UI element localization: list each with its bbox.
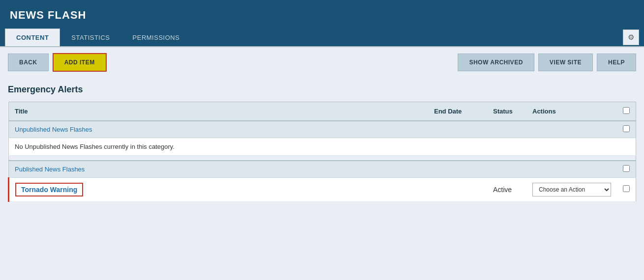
item-enddate-cell bbox=[428, 177, 487, 201]
item-check-cell bbox=[617, 177, 636, 201]
group-row-unpublished: Unpublished News Flashes bbox=[9, 121, 636, 138]
tab-content[interactable]: CONTENT bbox=[5, 28, 60, 46]
col-header-check bbox=[617, 102, 636, 121]
empty-row-unpublished: No Unpublished News Flashes currently in… bbox=[9, 138, 636, 156]
item-title-cell: Tornado Warning bbox=[9, 177, 429, 201]
col-header-actions: Actions bbox=[527, 102, 617, 121]
page-header: NEWS FLASH bbox=[0, 0, 644, 28]
col-header-status: Status bbox=[487, 102, 527, 121]
table-header-row: Title End Date Status Actions bbox=[9, 102, 636, 121]
empty-message-unpublished: No Unpublished News Flashes currently in… bbox=[9, 138, 636, 156]
action-select-tornado[interactable]: Choose an Action Edit Delete Archive bbox=[532, 183, 611, 196]
unpublished-group-checkbox[interactable] bbox=[623, 125, 630, 132]
table-row: Tornado Warning Active Choose an Action … bbox=[9, 177, 636, 201]
select-all-checkbox[interactable] bbox=[623, 107, 630, 114]
toolbar-right: SHOW ARCHIVED VIEW SITE HELP bbox=[458, 54, 636, 71]
main-table: Title End Date Status Actions Unpublishe… bbox=[8, 102, 636, 202]
group-row-published: Published News Flashes bbox=[9, 161, 636, 178]
help-button[interactable]: HELP bbox=[597, 54, 636, 71]
tab-permissions[interactable]: PERMISSIONS bbox=[121, 28, 191, 46]
group-label-published: Published News Flashes bbox=[9, 161, 617, 178]
group-check-unpublished bbox=[617, 121, 636, 138]
item-title-tornado: Tornado Warning bbox=[15, 183, 83, 196]
item-status-cell: Active bbox=[487, 177, 527, 201]
content-area: Emergency Alerts Title End Date Status A… bbox=[0, 78, 644, 209]
gear-button[interactable]: ⚙ bbox=[623, 29, 639, 45]
published-group-checkbox[interactable] bbox=[623, 165, 630, 172]
group-check-published bbox=[617, 161, 636, 178]
toolbar: BACK ADD ITEM SHOW ARCHIVED VIEW SITE HE… bbox=[0, 47, 644, 78]
col-header-enddate: End Date bbox=[428, 102, 487, 121]
spacer-row bbox=[9, 156, 636, 161]
page-title: NEWS FLASH bbox=[10, 9, 634, 22]
section-title: Emergency Alerts bbox=[8, 84, 636, 95]
tab-statistics[interactable]: STATISTICS bbox=[60, 28, 121, 46]
show-archived-button[interactable]: SHOW ARCHIVED bbox=[458, 54, 534, 71]
add-item-button[interactable]: ADD ITEM bbox=[53, 53, 107, 72]
col-header-title: Title bbox=[9, 102, 429, 121]
item-checkbox-tornado[interactable] bbox=[623, 185, 630, 192]
tab-bar: CONTENT STATISTICS PERMISSIONS ⚙ bbox=[0, 28, 644, 47]
back-button[interactable]: BACK bbox=[8, 54, 49, 71]
gear-icon: ⚙ bbox=[628, 33, 634, 41]
group-label-unpublished: Unpublished News Flashes bbox=[9, 121, 617, 138]
view-site-button[interactable]: VIEW SITE bbox=[538, 54, 593, 71]
item-action-cell: Choose an Action Edit Delete Archive bbox=[527, 177, 617, 201]
